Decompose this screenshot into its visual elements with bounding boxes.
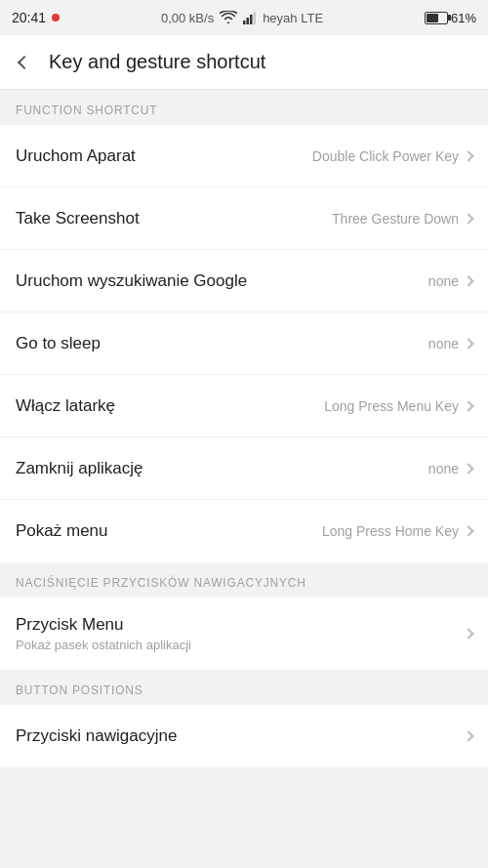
- item-value-take-screenshot: Three Gesture Down: [332, 211, 459, 227]
- list-item-pokaz-menu[interactable]: Pokaż menu Long Press Home Key: [0, 500, 488, 562]
- item-value-wlacz-latarke: Long Press Menu Key: [324, 398, 459, 414]
- item-value-go-to-sleep: none: [428, 336, 459, 351]
- list-item-go-to-sleep[interactable]: Go to sleep none: [0, 312, 488, 375]
- list-item-take-screenshot[interactable]: Take Screenshot Three Gesture Down: [0, 187, 488, 250]
- svg-rect-1: [247, 18, 250, 24]
- svg-rect-3: [254, 12, 257, 24]
- network-speed: 0,00 kB/s: [161, 11, 214, 25]
- item-title-uruchom-wyszukiwanie: Uruchom wyszukiwanie Google: [16, 271, 247, 291]
- nav-buttons-card: Przycisk Menu Pokaż pasek ostatnich apli…: [0, 598, 488, 670]
- signal-icon: [243, 11, 257, 24]
- section-header-function: FUNCTION SHORTCUT: [0, 90, 488, 125]
- list-item-wlacz-latarke[interactable]: Włącz latarkę Long Press Menu Key: [0, 375, 488, 437]
- svg-rect-2: [250, 15, 253, 24]
- status-left: 20:41: [12, 10, 60, 25]
- list-item-uruchom-wyszukiwanie[interactable]: Uruchom wyszukiwanie Google none: [0, 250, 488, 312]
- status-right: 61%: [425, 11, 476, 25]
- status-bar: 20:41 0,00 kB/s heyah LTE 61%: [0, 0, 488, 35]
- item-value-pokaz-menu: Long Press Home Key: [322, 523, 459, 539]
- list-item-przyciski-nawigacyjne[interactable]: Przyciski nawigacyjne: [0, 705, 488, 767]
- chevron-icon: [463, 275, 473, 286]
- item-title-pokaz-menu: Pokaż menu: [16, 521, 108, 541]
- chevron-icon: [463, 628, 473, 639]
- top-bar: Key and gesture shortcut: [0, 35, 488, 90]
- button-positions-card: Przyciski nawigacyjne: [0, 705, 488, 767]
- status-time: 20:41: [12, 10, 46, 25]
- item-title-przyciski-nawigacyjne: Przyciski nawigacyjne: [16, 726, 177, 746]
- chevron-icon: [463, 338, 473, 349]
- item-title-take-screenshot: Take Screenshot: [16, 209, 140, 228]
- item-title-wlacz-latarke: Włącz latarkę: [16, 396, 115, 416]
- item-title-go-to-sleep: Go to sleep: [16, 334, 101, 353]
- list-item-zamknij-aplikacje[interactable]: Zamknij aplikację none: [0, 437, 488, 500]
- chevron-icon: [463, 525, 473, 536]
- chevron-icon: [463, 463, 473, 474]
- item-title-uruchom-aparat: Uruchom Aparat: [16, 146, 136, 166]
- battery-icon: [425, 12, 448, 24]
- wifi-icon: [220, 11, 237, 24]
- carrier: heyah LTE: [263, 11, 323, 25]
- function-shortcut-card: Uruchom Aparat Double Click Power Key Ta…: [0, 125, 488, 562]
- chevron-icon: [463, 150, 473, 161]
- svg-rect-0: [243, 21, 246, 24]
- item-title-przycisk-menu: Przycisk Menu: [16, 615, 191, 635]
- back-arrow-icon: [18, 55, 31, 68]
- back-button[interactable]: [16, 54, 33, 71]
- list-item-przycisk-menu[interactable]: Przycisk Menu Pokaż pasek ostatnich apli…: [0, 598, 488, 670]
- item-value-zamknij-aplikacje: none: [428, 461, 459, 476]
- page-title: Key and gesture shortcut: [49, 51, 265, 73]
- item-value-uruchom-aparat: Double Click Power Key: [312, 148, 459, 164]
- item-value-uruchom-wyszukiwanie: none: [428, 273, 459, 289]
- section-header-nav: NACIŚNIĘCIE PRZYCISKÓW NAWIGACYJNYCH: [0, 562, 488, 598]
- status-dot: [52, 14, 60, 21]
- list-item-uruchom-aparat[interactable]: Uruchom Aparat Double Click Power Key: [0, 125, 488, 187]
- item-subtitle-przycisk-menu: Pokaż pasek ostatnich aplikacji: [16, 638, 191, 652]
- chevron-icon: [463, 213, 473, 224]
- section-header-positions: BUTTON POSITIONS: [0, 670, 488, 705]
- item-title-zamknij-aplikacje: Zamknij aplikację: [16, 459, 142, 478]
- chevron-icon: [463, 400, 473, 411]
- status-center: 0,00 kB/s heyah LTE: [161, 11, 323, 25]
- battery-percent: 61%: [451, 11, 476, 25]
- chevron-icon: [463, 730, 473, 741]
